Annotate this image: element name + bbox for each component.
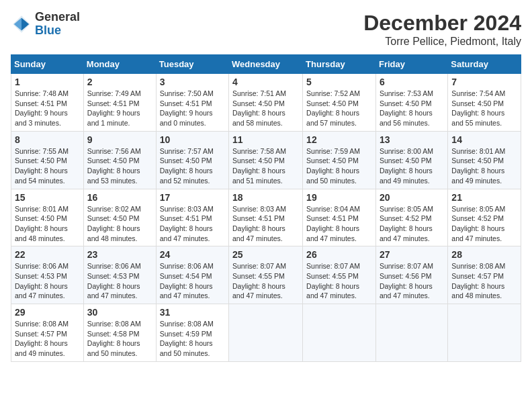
day-number: 31	[160, 307, 225, 318]
day-cell: 23 Sunrise: 8:06 AM Sunset: 4:53 PM Dayl…	[83, 246, 156, 304]
day-number: 23	[87, 249, 152, 260]
day-cell	[229, 304, 303, 362]
day-number: 9	[87, 134, 152, 145]
day-cell: 13 Sunrise: 8:00 AM Sunset: 4:50 PM Dayl…	[375, 131, 447, 189]
day-info: Sunrise: 7:55 AM Sunset: 4:50 PM Dayligh…	[15, 146, 80, 186]
day-cell: 20 Sunrise: 8:05 AM Sunset: 4:52 PM Dayl…	[375, 189, 447, 246]
day-cell: 9 Sunrise: 7:56 AM Sunset: 4:50 PM Dayli…	[83, 131, 156, 189]
header: General Blue December 2024 Torre Pellice…	[11, 11, 521, 48]
location-title: Torre Pellice, Piedmont, Italy	[363, 36, 521, 48]
day-number: 16	[87, 192, 152, 203]
day-number: 2	[87, 77, 152, 87]
day-info: Sunrise: 7:52 AM Sunset: 4:50 PM Dayligh…	[306, 89, 372, 128]
day-cell: 10 Sunrise: 7:57 AM Sunset: 4:50 PM Dayl…	[156, 131, 228, 189]
day-number: 17	[160, 192, 225, 203]
day-cell: 24 Sunrise: 8:06 AM Sunset: 4:54 PM Dayl…	[156, 246, 228, 304]
day-info: Sunrise: 8:01 AM Sunset: 4:50 PM Dayligh…	[451, 146, 517, 186]
day-info: Sunrise: 8:06 AM Sunset: 4:53 PM Dayligh…	[15, 261, 80, 301]
day-number: 27	[380, 249, 444, 260]
day-number: 12	[306, 134, 372, 145]
day-number: 19	[306, 192, 372, 203]
day-number: 29	[15, 307, 80, 318]
day-number: 18	[232, 192, 299, 203]
day-number: 14	[451, 134, 517, 145]
day-cell: 29 Sunrise: 8:08 AM Sunset: 4:57 PM Dayl…	[11, 304, 84, 362]
day-info: Sunrise: 7:58 AM Sunset: 4:50 PM Dayligh…	[232, 146, 299, 186]
logo-text: General Blue	[35, 11, 80, 38]
day-cell: 28 Sunrise: 8:08 AM Sunset: 4:57 PM Dayl…	[448, 246, 521, 304]
day-number: 28	[451, 249, 517, 260]
day-number: 21	[451, 192, 517, 203]
day-number: 15	[15, 192, 80, 203]
day-number: 22	[15, 249, 80, 260]
day-info: Sunrise: 8:07 AM Sunset: 4:56 PM Dayligh…	[380, 261, 444, 301]
day-info: Sunrise: 8:03 AM Sunset: 4:51 PM Dayligh…	[160, 204, 225, 244]
day-info: Sunrise: 8:04 AM Sunset: 4:51 PM Dayligh…	[306, 204, 372, 244]
day-info: Sunrise: 8:08 AM Sunset: 4:59 PM Dayligh…	[160, 319, 225, 359]
day-cell: 21 Sunrise: 8:05 AM Sunset: 4:52 PM Dayl…	[448, 189, 521, 246]
col-header-thursday: Thursday	[303, 55, 376, 74]
col-header-sunday: Sunday	[11, 55, 84, 74]
day-info: Sunrise: 8:08 AM Sunset: 4:58 PM Dayligh…	[87, 319, 152, 359]
day-cell: 8 Sunrise: 7:55 AM Sunset: 4:50 PM Dayli…	[11, 131, 84, 189]
day-info: Sunrise: 8:05 AM Sunset: 4:52 PM Dayligh…	[380, 204, 444, 244]
day-cell: 27 Sunrise: 8:07 AM Sunset: 4:56 PM Dayl…	[375, 246, 447, 304]
col-header-monday: Monday	[83, 55, 156, 74]
day-number: 13	[380, 134, 444, 145]
col-header-tuesday: Tuesday	[156, 55, 228, 74]
day-cell: 16 Sunrise: 8:02 AM Sunset: 4:50 PM Dayl…	[83, 189, 156, 246]
day-cell: 7 Sunrise: 7:54 AM Sunset: 4:50 PM Dayli…	[448, 74, 521, 132]
day-info: Sunrise: 7:50 AM Sunset: 4:51 PM Dayligh…	[160, 89, 225, 128]
day-info: Sunrise: 7:53 AM Sunset: 4:50 PM Dayligh…	[380, 89, 444, 128]
col-header-friday: Friday	[375, 55, 447, 74]
col-header-saturday: Saturday	[448, 55, 521, 74]
day-info: Sunrise: 8:06 AM Sunset: 4:54 PM Dayligh…	[160, 261, 225, 301]
day-info: Sunrise: 7:59 AM Sunset: 4:50 PM Dayligh…	[306, 146, 372, 186]
week-row-2: 8 Sunrise: 7:55 AM Sunset: 4:50 PM Dayli…	[11, 131, 521, 189]
day-info: Sunrise: 7:56 AM Sunset: 4:50 PM Dayligh…	[87, 146, 152, 186]
day-info: Sunrise: 8:06 AM Sunset: 4:53 PM Dayligh…	[87, 261, 152, 301]
day-cell: 26 Sunrise: 8:07 AM Sunset: 4:55 PM Dayl…	[303, 246, 376, 304]
logo-blue-text: Blue	[35, 24, 80, 38]
day-number: 30	[87, 307, 152, 318]
day-cell: 25 Sunrise: 8:07 AM Sunset: 4:55 PM Dayl…	[229, 246, 303, 304]
day-cell: 15 Sunrise: 8:01 AM Sunset: 4:50 PM Dayl…	[11, 189, 84, 246]
day-info: Sunrise: 8:08 AM Sunset: 4:57 PM Dayligh…	[15, 319, 80, 359]
day-info: Sunrise: 8:07 AM Sunset: 4:55 PM Dayligh…	[232, 261, 299, 301]
day-cell: 6 Sunrise: 7:53 AM Sunset: 4:50 PM Dayli…	[375, 74, 447, 132]
day-info: Sunrise: 7:51 AM Sunset: 4:50 PM Dayligh…	[232, 89, 299, 128]
day-cell: 5 Sunrise: 7:52 AM Sunset: 4:50 PM Dayli…	[303, 74, 376, 132]
day-cell: 14 Sunrise: 8:01 AM Sunset: 4:50 PM Dayl…	[448, 131, 521, 189]
col-header-wednesday: Wednesday	[229, 55, 303, 74]
day-cell: 30 Sunrise: 8:08 AM Sunset: 4:58 PM Dayl…	[83, 304, 156, 362]
day-number: 1	[15, 77, 80, 87]
day-cell: 17 Sunrise: 8:03 AM Sunset: 4:51 PM Dayl…	[156, 189, 228, 246]
day-cell: 12 Sunrise: 7:59 AM Sunset: 4:50 PM Dayl…	[303, 131, 376, 189]
month-title: December 2024	[363, 11, 521, 36]
day-number: 26	[306, 249, 372, 260]
logo-general-text: General	[35, 11, 80, 24]
day-info: Sunrise: 8:02 AM Sunset: 4:50 PM Dayligh…	[87, 204, 152, 244]
day-cell: 18 Sunrise: 8:03 AM Sunset: 4:51 PM Dayl…	[229, 189, 303, 246]
logo: General Blue	[11, 11, 80, 38]
day-number: 20	[380, 192, 444, 203]
day-cell: 2 Sunrise: 7:49 AM Sunset: 4:51 PM Dayli…	[83, 74, 156, 132]
day-number: 8	[15, 134, 80, 145]
day-info: Sunrise: 7:57 AM Sunset: 4:50 PM Dayligh…	[160, 146, 225, 186]
day-number: 10	[160, 134, 225, 145]
day-cell	[375, 304, 447, 362]
day-number: 7	[451, 77, 517, 87]
week-row-4: 22 Sunrise: 8:06 AM Sunset: 4:53 PM Dayl…	[11, 246, 521, 304]
day-number: 11	[232, 134, 299, 145]
day-number: 3	[160, 77, 225, 87]
day-number: 5	[306, 77, 372, 87]
logo-icon	[11, 13, 32, 35]
day-number: 24	[160, 249, 225, 260]
day-cell: 11 Sunrise: 7:58 AM Sunset: 4:50 PM Dayl…	[229, 131, 303, 189]
day-info: Sunrise: 8:03 AM Sunset: 4:51 PM Dayligh…	[232, 204, 299, 244]
week-row-3: 15 Sunrise: 8:01 AM Sunset: 4:50 PM Dayl…	[11, 189, 521, 246]
day-cell: 19 Sunrise: 8:04 AM Sunset: 4:51 PM Dayl…	[303, 189, 376, 246]
day-cell: 1 Sunrise: 7:48 AM Sunset: 4:51 PM Dayli…	[11, 74, 84, 132]
header-row: SundayMondayTuesdayWednesdayThursdayFrid…	[11, 55, 521, 74]
day-number: 6	[380, 77, 444, 87]
